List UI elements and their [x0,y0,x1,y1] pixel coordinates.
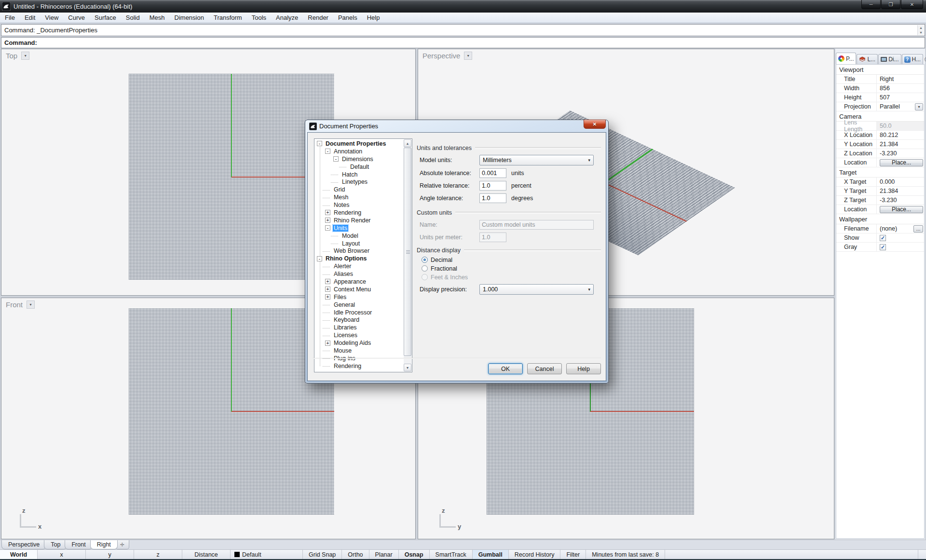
scroll-up-icon[interactable]: ▲ [919,26,923,30]
tree-expander-icon[interactable]: - [317,256,322,261]
menu-item[interactable]: Transform [209,13,247,23]
tree-expander-icon[interactable] [325,248,330,254]
viewport-tab[interactable]: Front [65,540,92,549]
tree-expander-icon[interactable]: + [325,341,330,346]
model-units-select[interactable]: Millimeters ▾ [479,155,594,165]
tree-item-label[interactable]: Mouse [333,347,353,354]
dialog-close-button[interactable]: ✕ [584,120,606,129]
tree-item-label[interactable]: Grid [333,186,346,193]
viewport-tab[interactable]: Top [44,540,67,549]
ok-button[interactable]: OK [488,363,523,374]
tree-item-label[interactable]: Rendering [333,363,362,369]
camera-place-button[interactable]: Place... [880,159,923,166]
status-toggle[interactable]: Planar [369,550,399,559]
cancel-button[interactable]: Cancel [527,363,562,374]
tree-item[interactable]: Libraries [315,324,403,331]
tree-item[interactable]: Mouse [315,347,403,355]
status-toggle[interactable]: Filter [560,550,586,559]
tree-item-label[interactable]: Document Properties [325,140,387,147]
browse-button[interactable]: ... [913,225,923,232]
cplane-button[interactable]: World [0,550,38,559]
tree-item-label[interactable]: Web Browser [333,247,370,254]
restore-button[interactable]: ❐ [881,0,900,9]
tree-item[interactable]: Notes [315,201,403,209]
tree-expander-icon[interactable] [325,325,330,330]
relative-tolerance-input[interactable] [479,181,506,191]
scrollbar-thumb[interactable] [404,148,411,356]
tree-item[interactable]: Mesh [315,193,403,201]
tree-expander-icon[interactable] [325,333,330,338]
menu-item[interactable]: Render [303,13,333,23]
tree-item[interactable]: Model [315,232,403,240]
viewport-tab[interactable]: Right [90,540,118,549]
tree-expander-icon[interactable]: - [317,141,322,146]
status-toggle[interactable]: Osnap [399,550,430,559]
radio-option[interactable]: Decimal [422,256,468,263]
viewport-tab[interactable]: Perspective [1,540,46,549]
tree-item-label[interactable]: Layout [341,240,361,247]
close-button[interactable]: ✕ [901,0,923,9]
status-toggle[interactable]: Minutes from last save: 8 [586,550,665,559]
menu-item[interactable]: Help [362,13,385,23]
command-history[interactable]: Command: _DocumentProperties ▲ ▼ [1,24,925,36]
tree-item-label[interactable]: Rendering [333,209,362,216]
tree-item-label[interactable]: Licenses [333,332,358,339]
tree-item-label[interactable]: Aliases [333,271,354,277]
tree-item-label[interactable]: Units [333,225,348,232]
radio-option[interactable]: Fractional [422,265,468,272]
tab-layers[interactable]: L... [857,54,878,64]
absolute-tolerance-input[interactable] [479,168,506,178]
dialog-titlebar[interactable]: Document Properties ✕ [307,120,606,132]
command-input[interactable]: Command: [1,37,925,48]
tree-expander-icon[interactable]: + [325,218,330,223]
tree-item-label[interactable]: Alerter [333,263,353,270]
tree-item-label[interactable]: Mesh [333,194,349,201]
tree-expander-icon[interactable] [333,179,339,185]
tree-item[interactable]: + Context Menu [315,286,403,293]
tree-expander-icon[interactable] [325,363,330,369]
tree-expander-icon[interactable] [333,172,339,177]
status-toggle[interactable]: Ortho [342,550,369,559]
tree-expander-icon[interactable]: - [325,225,330,231]
tree-item[interactable]: Layout [315,240,403,247]
tree-expander-icon[interactable] [333,241,339,246]
tree-item[interactable]: Licenses [315,331,403,339]
tree-item-label[interactable]: Context Menu [333,286,372,293]
tree-item[interactable]: - Units [315,224,403,232]
tab-help[interactable]: ? H... [902,54,924,64]
command-history-scrollbar[interactable]: ▲ ▼ [917,25,924,35]
tree-item-label[interactable]: Linetypes [341,178,368,185]
help-button[interactable]: Help [566,363,601,374]
tree-scrollbar[interactable]: ▲ ▼ [404,139,411,371]
tree-item-label[interactable]: Rhino Render [333,217,371,224]
display-precision-select[interactable]: 1.000 ▾ [479,284,594,295]
tree-item[interactable]: Hatch [315,171,403,178]
tree-item[interactable]: Keyboard [315,316,403,324]
tree-item[interactable]: Alerter [315,262,403,270]
menu-item[interactable]: Surface [90,13,121,23]
target-place-button[interactable]: Place... [880,206,923,213]
tree-item-label[interactable]: Libraries [333,324,358,331]
scroll-up-icon[interactable]: ▲ [404,139,411,147]
tree-expander-icon[interactable] [325,203,330,208]
layer-indicator[interactable]: Default [231,550,303,559]
angle-tolerance-input[interactable] [479,193,506,203]
tree-expander-icon[interactable] [325,355,330,361]
radio-option[interactable]: Feet & Inches [422,273,468,281]
tree-item-label[interactable]: Model [341,232,359,239]
menu-item[interactable]: Panels [333,13,362,23]
viewport-front-title[interactable]: Front [4,300,27,309]
tree-expander-icon[interactable]: - [333,156,339,162]
scroll-down-icon[interactable]: ▼ [919,30,923,35]
tree-item[interactable]: + Modeling Aids [315,339,403,347]
tree-expander-icon[interactable]: + [325,279,330,284]
tree-item-label[interactable]: Annotation [333,148,363,155]
status-toggle[interactable]: Gumball [473,550,509,559]
menu-item[interactable]: Curve [63,13,90,23]
tree-item[interactable]: - Rhino Options [315,255,403,262]
viewport-top-title[interactable]: Top [4,51,21,60]
tree-item[interactable]: - Annotation [315,148,403,155]
tree-item-label[interactable]: General [333,301,356,308]
tree-expander-icon[interactable]: - [325,149,330,154]
tree-expander-icon[interactable]: + [325,210,330,215]
